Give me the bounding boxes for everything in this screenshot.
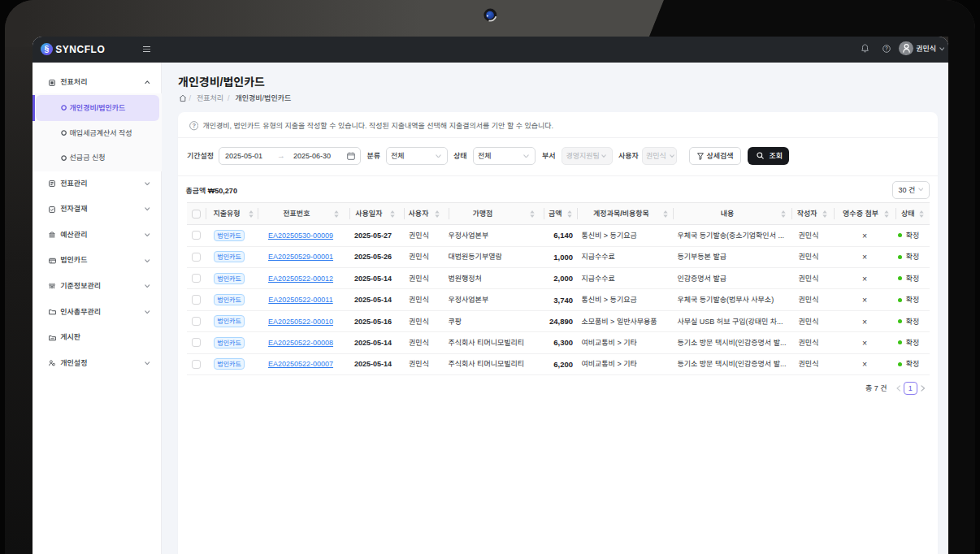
svg-text:?: ? [885, 45, 888, 51]
svg-text:§: § [45, 44, 50, 54]
svg-text:?: ? [192, 123, 196, 130]
